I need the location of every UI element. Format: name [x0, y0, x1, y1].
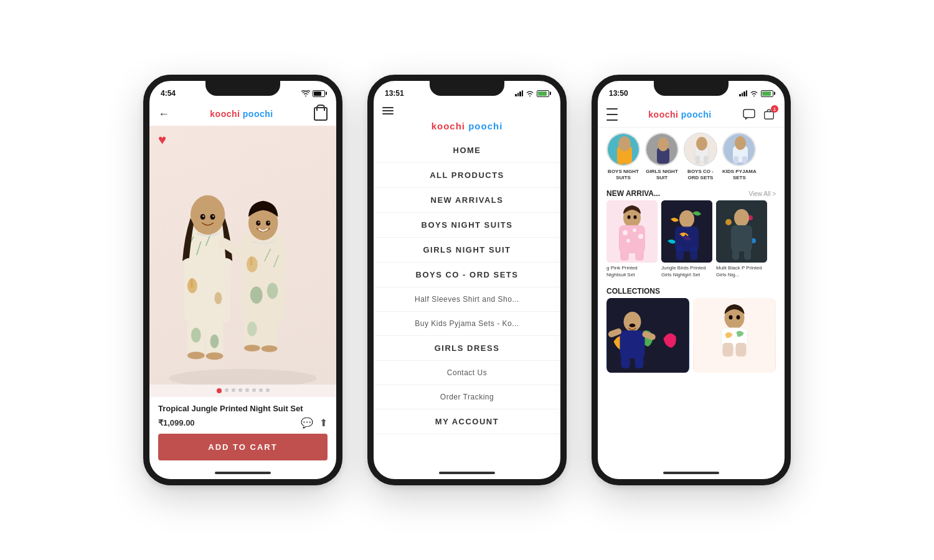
cat-item-boys-night[interactable]: BOYS NIGHTSUITS [606, 133, 640, 180]
cat-img-girls-night [646, 134, 679, 166]
dot-4 [238, 388, 242, 392]
svg-point-17 [187, 352, 205, 359]
cat-item-kids-pyjama[interactable]: KIDS PYJAMASETS [722, 133, 757, 180]
menu-item-girls-night-suit[interactable]: GIRLS NIGHT SUIT [374, 238, 560, 263]
category-scroll: BOYS NIGHTSUITS GIRLS NIGHTSUIT [598, 128, 785, 185]
svg-rect-55 [742, 156, 747, 164]
menu-item-boys-night-suits[interactable]: BOYS NIGHT SUITS [374, 213, 560, 238]
home-indicator-2 [374, 467, 560, 479]
svg-point-53 [735, 136, 746, 150]
phone2-content: koochi poochi HOME ALL PRODUCTS NEW ARRI… [374, 103, 560, 479]
product-card-2[interactable]: Jungle Birds Printed Girls Nightgirl Set [661, 200, 712, 278]
menu-item-pyjama-sets[interactable]: Buy Kids Pyjama Sets - Ko... [374, 312, 560, 336]
svg-point-78 [734, 209, 749, 226]
hamburger-line-3b [606, 114, 618, 115]
signal-bars-3 [739, 90, 747, 96]
dot-8 [266, 388, 270, 392]
hamburger-line-3 [382, 113, 394, 114]
svg-rect-64 [635, 247, 644, 261]
menu-brand-koochi: koochi [432, 121, 469, 131]
message-button-3[interactable] [742, 108, 756, 121]
product-image: ♥ [149, 126, 336, 385]
time-3: 13:50 [609, 89, 628, 98]
wishlist-heart-icon[interactable]: ♥ [158, 132, 166, 148]
svg-point-89 [630, 324, 636, 327]
menu-item-girls-dress[interactable]: GIRLS DRESS [374, 336, 560, 361]
cart-badge-3: 1 [771, 105, 778, 113]
home-bar-1 [215, 472, 271, 474]
hamburger-3[interactable] [606, 107, 618, 122]
product-card-3[interactable]: Multi Black P Printed Girls Nig... [716, 200, 767, 278]
svg-point-7 [214, 292, 222, 304]
phone3-header: koochi poochi 1 [598, 103, 785, 128]
svg-point-61 [638, 234, 643, 239]
status-icons-3 [739, 90, 773, 97]
product-grid-new-arrivals: g Pink Printed Nightsuit Set [598, 200, 785, 283]
view-all-label: View All > [749, 190, 776, 197]
add-to-cart-button[interactable]: ADD TO CART [158, 434, 328, 460]
share-icon[interactable]: ⬆ [319, 417, 328, 429]
phone-1: 4:54 ← koochi poochi ♥ [143, 75, 342, 485]
svg-point-24 [250, 286, 263, 304]
hamburger-menu[interactable] [382, 107, 394, 114]
product-info: Tropical Jungle Printed Night Suit Set ₹… [149, 397, 336, 434]
svg-point-68 [679, 210, 694, 228]
collections-title: COLLECTIONS [606, 287, 660, 296]
product-img-3 [716, 200, 767, 263]
dot-3 [232, 388, 235, 392]
dot-2 [225, 388, 229, 392]
dot-7 [259, 388, 263, 392]
battery-icon-3 [761, 90, 773, 97]
svg-rect-63 [620, 247, 629, 261]
battery-fill-3 [762, 91, 771, 96]
menu-brand-poochi: poochi [468, 121, 502, 131]
cat-label-kids-pyjama: KIDS PYJAMASETS [722, 169, 757, 180]
svg-rect-50 [704, 156, 708, 164]
phone1-header: ← koochi poochi [149, 103, 336, 126]
menu-item-contact[interactable]: Contact Us [374, 361, 560, 385]
menu-item-all-products[interactable]: ALL PRODUCTS [374, 163, 560, 188]
back-button[interactable]: ← [158, 108, 169, 121]
menu-item-home[interactable]: HOME [374, 138, 560, 163]
brand-logo-3: koochi poochi [648, 110, 711, 119]
hamburger-line-1 [382, 107, 394, 108]
collections-grid [606, 298, 776, 373]
cat-img-boys-coord [685, 134, 717, 166]
svg-rect-41 [618, 157, 623, 165]
battery-icon-1 [313, 90, 325, 97]
menu-item-order-tracking[interactable]: Order Tracking [374, 385, 560, 409]
pagination-dots [149, 385, 336, 397]
brand-koochi-3: koochi [648, 110, 681, 119]
message-icon[interactable]: 💬 [301, 417, 313, 429]
svg-rect-49 [696, 156, 700, 164]
cart-button-3[interactable]: 1 [762, 108, 776, 121]
cat-item-boys-coord[interactable]: BOYS CO -ORD SETS [684, 133, 717, 180]
collection-card-2[interactable] [693, 298, 776, 373]
cat-item-girls-night[interactable]: GIRLS NIGHTSUIT [645, 133, 679, 180]
product-svg-2 [661, 200, 712, 263]
cart-button-1[interactable] [314, 107, 328, 121]
dot-6 [252, 388, 256, 392]
svg-point-95 [729, 315, 733, 319]
menu-item-boys-coord-sets[interactable]: BOYS CO - ORD SETS [374, 263, 560, 287]
collection-card-1[interactable] [606, 298, 689, 373]
cat-img-boys-night [608, 134, 640, 166]
brand-koochi-1: koochi [210, 109, 243, 119]
menu-item-half-sleeves[interactable]: Half Sleeves Shirt and Sho... [374, 287, 560, 312]
phone3-content: koochi poochi 1 [598, 103, 785, 479]
svg-rect-6 [191, 279, 193, 288]
home-indicator-3 [598, 467, 785, 479]
menu-item-my-account[interactable]: MY ACCOUNT [374, 409, 560, 434]
svg-point-12 [191, 195, 225, 235]
svg-rect-21 [250, 257, 252, 266]
svg-rect-27 [262, 307, 278, 349]
menu-item-new-arrivals[interactable]: NEW ARRIVALS [374, 188, 560, 213]
view-all-new-arrivals[interactable]: View All > [749, 190, 776, 197]
header-right-icons: 1 [742, 108, 776, 121]
svg-point-34 [244, 345, 260, 352]
cat-img-kids-pyjama [724, 134, 756, 166]
hamburger-line-3a [606, 108, 618, 110]
product-card-1[interactable]: g Pink Printed Nightsuit Set [606, 200, 658, 278]
cat-circle-kids-pyjama [722, 133, 756, 166]
battery-fill-1 [314, 91, 321, 96]
